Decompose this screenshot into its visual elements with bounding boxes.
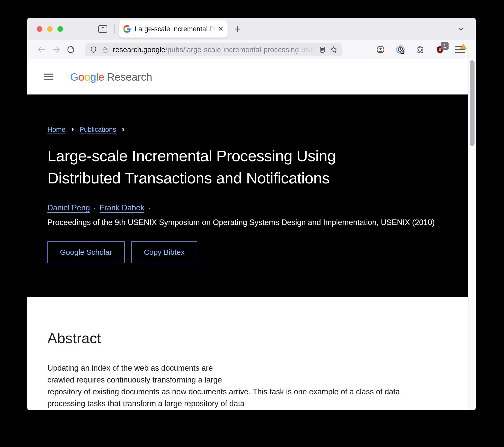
author-separator: · [93,203,96,212]
abstract-text: Updating an index of the web as document… [47,362,446,410]
toolbar-extensions: 1 [376,45,469,54]
abstract-section: Abstract Updating an index of the web as… [27,297,468,410]
logo-suffix: Research [107,71,152,83]
account-icon[interactable] [376,45,385,54]
url-path: /pubs/large-scale-incremental-processing… [165,46,315,54]
copy-bibtex-button[interactable]: Copy Bibtex [131,241,197,263]
site-menu-hamburger-icon[interactable] [44,74,53,80]
minimize-window-button[interactable] [47,26,53,32]
update-alert-triangle-icon [460,44,467,49]
url-text[interactable]: research.google/pubs/large-scale-increme… [113,46,315,54]
navigation-toolbar: research.google/pubs/large-scale-increme… [27,40,476,59]
tab-title: Large-scale Incremental Proces [135,25,216,33]
breadcrumb-chevron-icon: › [71,124,74,133]
google-research-page: GoogleResearch Home › Publications › Lar… [27,59,468,410]
tab-close-icon[interactable]: ✕ [218,25,224,33]
publication-hero: Home › Publications › Large-scale Increm… [27,94,468,297]
ublock-badge: 1 [441,42,449,50]
url-bar[interactable]: research.google/pubs/large-scale-increme… [85,43,342,56]
bookmark-star-icon[interactable] [330,46,338,54]
scrollbar-track[interactable] [468,59,476,410]
maximize-window-button[interactable] [57,26,63,32]
publication-venue: Proceedings of the 9th USENIX Symposium … [47,218,448,227]
reader-mode-icon[interactable] [319,46,326,53]
breadcrumb: Home › Publications › [47,125,448,134]
publication-actions: Google Scholar Copy Bibtex [47,241,448,263]
logo-letter: o [84,71,90,83]
scrollbar-thumb[interactable] [470,60,475,146]
url-domain: research.google [113,46,165,54]
tracking-protection-shield-icon[interactable] [90,46,97,53]
publication-title: Large-scale Incremental Processing Using… [47,145,448,189]
ublock-origin-icon[interactable]: 1 [435,45,445,54]
breadcrumb-home-link[interactable]: Home [47,126,66,134]
google-favicon-icon [123,25,131,33]
site-header: GoogleResearch [27,59,468,94]
logo-letter: o [78,71,84,83]
author-link[interactable]: Daniel Peng [47,203,90,212]
google-research-logo[interactable]: GoogleResearch [70,71,152,83]
tab-bar: Large-scale Incremental Proces ✕ + [27,18,476,40]
logo-letter: e [98,71,104,83]
logo-letter: g [90,71,96,83]
logo-letter: G [70,71,78,83]
extensions-puzzle-icon[interactable] [416,45,425,54]
author-list: Daniel Peng · Frank Dabek · [47,203,448,212]
back-button[interactable] [36,45,47,54]
window-controls [37,26,63,32]
close-window-button[interactable] [37,26,42,32]
reload-button[interactable] [65,45,76,54]
browser-window: Large-scale Incremental Proces ✕ + resea… [27,18,476,410]
https-lock-icon[interactable] [101,46,109,53]
active-tab[interactable]: Large-scale Incremental Proces ✕ [119,20,228,38]
author-link[interactable]: Frank Dabek [100,203,144,212]
list-all-tabs-chevron-icon[interactable] [457,25,465,33]
author-separator: · [148,203,150,212]
logo-letter: l [96,71,98,83]
firefox-view-icon[interactable] [98,25,107,33]
breadcrumb-chevron-icon: › [122,124,124,133]
tab-separator [114,24,115,34]
google-scholar-button[interactable]: Google Scholar [47,241,125,263]
page-content: GoogleResearch Home › Publications › Lar… [27,59,476,410]
abstract-heading: Abstract [47,330,448,346]
forward-button[interactable] [51,45,62,54]
onepassword-icon[interactable] [396,45,405,54]
app-menu-hamburger-icon[interactable] [455,46,465,53]
breadcrumb-publications-link[interactable]: Publications [79,126,116,134]
new-tab-button[interactable]: + [234,23,241,35]
